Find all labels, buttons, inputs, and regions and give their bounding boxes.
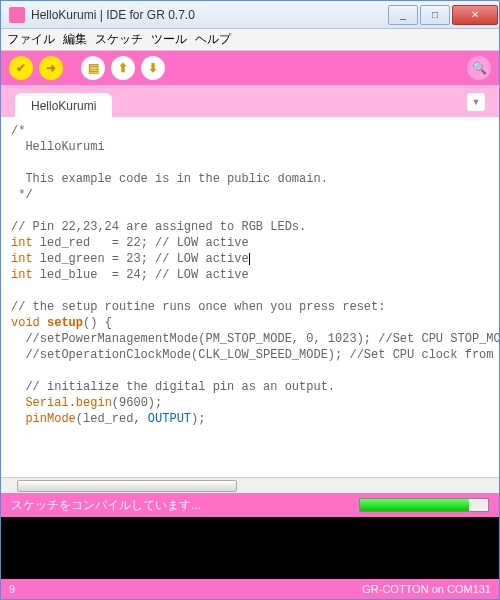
horizontal-scrollbar[interactable] — [1, 477, 499, 493]
line-number: 9 — [9, 583, 15, 595]
code-area[interactable]: /* HelloKurumi This example code is in t… — [1, 117, 499, 477]
open-button[interactable]: ⬆ — [111, 56, 135, 80]
progress-bar — [359, 498, 489, 512]
verify-button[interactable]: ✔ — [9, 56, 33, 80]
menubar: ファイル 編集 スケッチ ツール ヘルプ — [1, 29, 499, 51]
maximize-button[interactable]: □ — [420, 5, 450, 25]
editor: /* HelloKurumi This example code is in t… — [1, 117, 499, 493]
board-info: GR-COTTON on COM131 — [362, 583, 491, 595]
menu-edit[interactable]: 編集 — [63, 31, 87, 48]
window-title: HelloKurumi | IDE for GR 0.7.0 — [31, 8, 387, 22]
menu-file[interactable]: ファイル — [7, 31, 55, 48]
console[interactable] — [1, 517, 499, 579]
footer: 9 GR-COTTON on COM131 — [1, 579, 499, 599]
titlebar[interactable]: HelloKurumi | IDE for GR 0.7.0 _ □ ✕ — [1, 1, 499, 29]
status-bar: スケッチをコンパイルしています... — [1, 493, 499, 517]
tab-hellokurumi[interactable]: HelloKurumi — [15, 93, 112, 117]
progress-fill — [360, 499, 469, 511]
tabbar: HelloKurumi ▼ — [1, 85, 499, 117]
save-button[interactable]: ⬇ — [141, 56, 165, 80]
scrollbar-thumb[interactable] — [17, 480, 237, 492]
menu-help[interactable]: ヘルプ — [195, 31, 231, 48]
tab-dropdown-icon[interactable]: ▼ — [467, 93, 485, 111]
toolbar: ✔ ➜ ▤ ⬆ ⬇ 🔍 — [1, 51, 499, 85]
status-text: スケッチをコンパイルしています... — [11, 497, 359, 514]
serial-monitor-button[interactable]: 🔍 — [467, 56, 491, 80]
new-button[interactable]: ▤ — [81, 56, 105, 80]
menu-tools[interactable]: ツール — [151, 31, 187, 48]
minimize-button[interactable]: _ — [388, 5, 418, 25]
close-button[interactable]: ✕ — [452, 5, 498, 25]
app-icon — [9, 7, 25, 23]
text-caret — [249, 252, 250, 266]
app-window: HelloKurumi | IDE for GR 0.7.0 _ □ ✕ ファイ… — [0, 0, 500, 600]
window-buttons: _ □ ✕ — [387, 5, 499, 25]
menu-sketch[interactable]: スケッチ — [95, 31, 143, 48]
upload-button[interactable]: ➜ — [39, 56, 63, 80]
